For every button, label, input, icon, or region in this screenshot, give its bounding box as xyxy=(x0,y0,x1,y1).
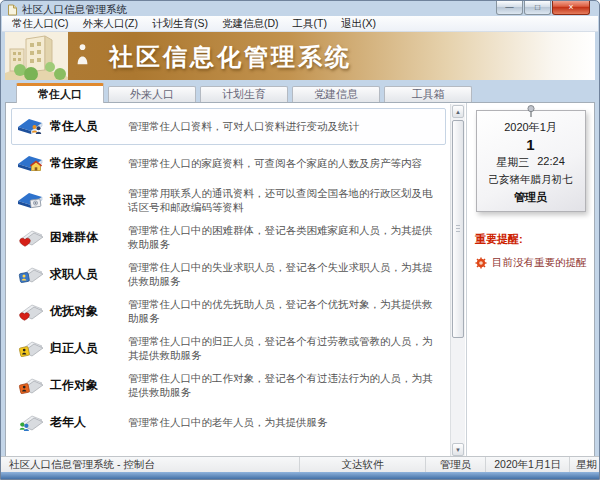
banner-title: 社区信息化管理系统 xyxy=(109,41,352,73)
list-item-desc: 管理常住人口的家庭资料，可查阅各个家庭的人数及房产等内容 xyxy=(128,157,440,171)
list-item-rehabilitated[interactable]: 归正人员 管理常住人口中的归正人员，登记各个有过劳教或管教的人员，为其提供救助服… xyxy=(11,330,446,367)
list-item-title[interactable]: 常住人员 xyxy=(50,118,128,135)
list-item-desc: 管理常住人口中的归正人员，登记各个有过劳教或管教的人员，为其提供救助服务 xyxy=(128,335,440,363)
menu-resident-population[interactable]: 常住人口(C) xyxy=(5,16,76,32)
papers-elderly-icon xyxy=(17,412,50,434)
papers-care-icon xyxy=(17,301,50,323)
status-bar: 社区人口信息管理系统 - 控制台 文达软件 管理员 2020年1月1日 星期 xyxy=(1,456,599,472)
tab-resident-population[interactable]: 常住人口 xyxy=(16,83,104,103)
tab-strip: 常住人口 外来人口 计划生育 党建信息 工具箱 xyxy=(5,81,595,102)
list-item-resident-family[interactable]: 常住家庭 管理常住人口的家庭资料，可查阅各个家庭的人数及房产等内容 xyxy=(11,145,446,182)
status-weekday: 星期 xyxy=(569,457,599,472)
window-bottom-frame xyxy=(1,472,599,479)
scroll-up-icon[interactable]: ▲ xyxy=(452,105,464,118)
reminder-empty-text: 目前没有重要的提醒 xyxy=(492,256,587,270)
list-item-resident-person[interactable]: 常住人员 管理常住人口资料，可对人口资料进行变动及统计 xyxy=(11,108,446,145)
tab-migrant-population[interactable]: 外来人口 xyxy=(108,86,196,102)
calendar-time: 22:24 xyxy=(537,155,565,170)
menu-exit[interactable]: 退出(X) xyxy=(334,16,383,32)
menu-migrant-population[interactable]: 外来人口(Z) xyxy=(76,16,145,32)
calendar-weekday-time: 星期三 22:24 xyxy=(480,155,582,170)
menu-party-info[interactable]: 党建信息(D) xyxy=(215,16,286,32)
status-date: 2020年1月1日 xyxy=(485,457,569,472)
calendar-lunar-date: 己亥猪年腊月初七 xyxy=(480,173,582,187)
list-item-title[interactable]: 求职人员 xyxy=(50,266,128,283)
reminder-header: 重要提醒: xyxy=(475,232,588,247)
reminder-item: 目前没有重要的提醒 xyxy=(475,256,588,270)
banner: 社区信息化管理系统 xyxy=(5,32,595,80)
list-item-title[interactable]: 常住家庭 xyxy=(50,155,128,172)
book-people-icon xyxy=(17,116,50,138)
book-house-icon xyxy=(17,153,50,175)
scroll-down-icon[interactable]: ▼ xyxy=(452,443,464,456)
papers-warning-icon xyxy=(17,338,50,360)
list-item-title[interactable]: 通讯录 xyxy=(50,192,128,209)
community-buildings-illustration xyxy=(5,32,68,80)
calendar-note: 2020年1月 1 星期三 22:24 己亥猪年腊月初七 管理员 xyxy=(476,110,586,212)
title-bar: 社区人口信息管理系统 — □ × xyxy=(1,1,599,16)
list-item-desc: 管理常住人口中的工作对象，登记各个有过违法行为的人员，为其提供救助服务 xyxy=(128,372,440,400)
app-window: 社区人口信息管理系统 — □ × 常住人口(C) 外来人口(Z) 计划生育(S)… xyxy=(0,0,600,480)
menu-bar: 常住人口(C) 外来人口(Z) 计划生育(S) 党建信息(D) 工具(T) 退出… xyxy=(2,16,598,32)
list-item-desc: 管理常住人口中的困难群体，登记各类困难家庭和人员，为其提供救助服务 xyxy=(128,224,440,252)
list-item-title[interactable]: 优抚对象 xyxy=(50,303,128,320)
status-user: 管理员 xyxy=(425,457,485,472)
list-item-elderly[interactable]: 老年人 管理常住人口中的老年人员，为其提供服务 xyxy=(11,404,446,441)
menu-family-planning[interactable]: 计划生育(S) xyxy=(145,16,215,32)
sidebar: 2020年1月 1 星期三 22:24 己亥猪年腊月初七 管理员 重要提醒: 目… xyxy=(467,103,594,458)
list-item-desc: 管理常住人口中的老年人员，为其提供服务 xyxy=(128,416,440,430)
vertical-scrollbar[interactable]: ▲ ▼ xyxy=(450,104,465,457)
status-company: 文达软件 xyxy=(299,457,425,472)
list-item-title[interactable]: 工作对象 xyxy=(50,377,128,394)
scrollbar-thumb[interactable] xyxy=(452,120,464,338)
book-contacts-icon xyxy=(17,190,50,212)
window-title: 社区人口信息管理系统 xyxy=(22,3,127,17)
papers-worktarget-icon xyxy=(17,375,50,397)
calendar-weekday: 星期三 xyxy=(496,155,529,170)
calendar-user: 管理员 xyxy=(480,190,582,205)
list-item-desc: 管理常住人口中的失业求职人员，登记各个失业求职人员，为其提供救助服务 xyxy=(128,261,440,289)
list-item-work-target[interactable]: 工作对象 管理常住人口中的工作对象，登记各个有过违法行为的人员，为其提供救助服务 xyxy=(11,367,446,404)
minimize-button[interactable]: — xyxy=(496,1,523,15)
person-silhouette-icon xyxy=(76,43,89,66)
list-item-contacts[interactable]: 通讯录 管理常用联系人的通讯资料，还可以查阅全国各地的行政区划及电话区号和邮政编… xyxy=(11,182,446,219)
list-item-desc: 管理常住人口资料，可对人口资料进行变动及统计 xyxy=(128,120,440,134)
list-item-title[interactable]: 老年人 xyxy=(50,414,128,431)
papers-heart-icon xyxy=(17,227,50,249)
tab-family-planning[interactable]: 计划生育 xyxy=(200,86,288,102)
list-item-difficulty-group[interactable]: 困难群体 管理常住人口中的困难群体，登记各类困难家庭和人员，为其提供救助服务 xyxy=(11,219,446,256)
list-item-title[interactable]: 困难群体 xyxy=(50,229,128,246)
module-list-panel: 常住人员 管理常住人口资料，可对人口资料进行变动及统计 常住家庭 管理常住人口的… xyxy=(6,103,467,458)
list-item-special-care[interactable]: 优抚对象 管理常住人口中的优先抚助人员，登记各个优抚对象，为其提供救助服务 xyxy=(11,293,446,330)
tab-toolbox[interactable]: 工具箱 xyxy=(384,86,472,102)
list-item-job-seeker[interactable]: 求职人员 管理常住人口中的失业求职人员，登记各个失业求职人员，为其提供救助服务 xyxy=(11,256,446,293)
maximize-button[interactable]: □ xyxy=(524,1,551,15)
calendar-month: 2020年1月 xyxy=(480,120,582,135)
window-controls: — □ × xyxy=(495,1,590,15)
list-item-desc: 管理常用联系人的通讯资料，还可以查阅全国各地的行政区划及电话区号和邮政编码等资料 xyxy=(128,187,440,215)
status-console-label: 社区人口信息管理系统 - 控制台 xyxy=(1,457,299,472)
alert-badge-icon xyxy=(475,257,487,269)
list-item-desc: 管理常住人口中的优先抚助人员，登记各个优抚对象，为其提供救助服务 xyxy=(128,298,440,326)
menu-tools[interactable]: 工具(T) xyxy=(286,16,334,32)
main-content: 常住人员 管理常住人口资料，可对人口资料进行变动及统计 常住家庭 管理常住人口的… xyxy=(5,102,595,459)
tab-party-info[interactable]: 党建信息 xyxy=(292,86,380,102)
calendar-day: 1 xyxy=(480,136,582,153)
pushpin-icon xyxy=(526,105,536,118)
close-button[interactable]: × xyxy=(552,1,590,15)
papers-jobseeker-icon xyxy=(17,264,50,286)
scrollbar-grip xyxy=(456,225,460,232)
document-icon xyxy=(7,4,18,16)
list-item-title[interactable]: 归正人员 xyxy=(50,340,128,357)
